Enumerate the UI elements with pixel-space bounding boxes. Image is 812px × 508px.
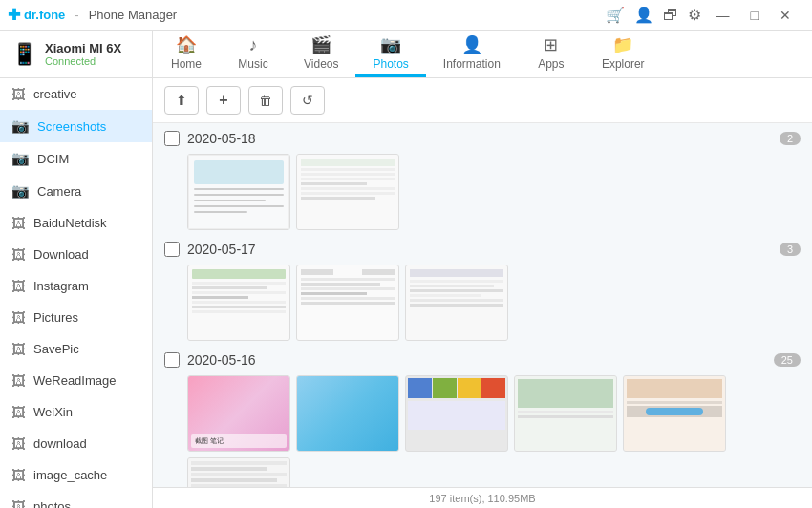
group-header-20200516: 2020-05-16 25: [164, 352, 801, 368]
sidebar-item-weixin-label: WeiXin: [33, 405, 73, 419]
explorer-icon: 📁: [612, 34, 633, 55]
photo-thumb-11[interactable]: [187, 457, 290, 487]
pictures-icon: 🖼: [11, 309, 26, 326]
sidebar-item-download2-label: download: [33, 436, 87, 451]
sidebar: 🖼 creative 📷 Screenshots 📷 DCIM 📷 Camera…: [0, 78, 153, 508]
photo-thumb-1[interactable]: [187, 154, 290, 230]
sidebar-item-instagram-label: Instagram: [33, 279, 89, 293]
group-date-20200518: 2020-05-18: [187, 131, 256, 146]
tab-music[interactable]: ♪ Music: [220, 31, 287, 77]
group-date-20200516: 2020-05-16: [187, 352, 256, 368]
savepic-icon: 🖼: [11, 341, 26, 357]
sidebar-item-photos-label: photos: [33, 499, 71, 508]
sidebar-item-weixin[interactable]: 🖼 WeiXin: [0, 396, 152, 428]
photo-thumb-2[interactable]: [296, 154, 399, 230]
sidebar-item-camera[interactable]: 📷 Camera: [0, 175, 152, 207]
nav-tabs: 🏠 Home ♪ Music 🎬 Videos 📷 Photos 👤 Infor…: [153, 31, 812, 77]
tab-apps[interactable]: ⊞ Apps: [518, 31, 585, 77]
sidebar-item-camera-label: Camera: [37, 184, 81, 199]
minimize-button[interactable]: —: [711, 6, 736, 25]
sidebar-item-dcim[interactable]: 📷 DCIM: [0, 142, 152, 175]
device-icon: 📱: [11, 42, 37, 67]
videos-icon: 🎬: [310, 34, 331, 55]
sidebar-item-image-cache[interactable]: 🖼 image_cache: [0, 459, 152, 491]
sidebar-item-dcim-label: DCIM: [37, 152, 69, 166]
title-separator: -: [75, 8, 78, 22]
photo-group-20200516: 2020-05-16 25 截图 笔记: [164, 352, 801, 487]
window-icon[interactable]: 🗗: [663, 7, 678, 24]
photo-grid-20200518: [187, 154, 801, 230]
photos-icon: 📷: [380, 34, 401, 55]
sidebar-item-baidunetdisk-label: BaiduNetdisk: [33, 216, 107, 230]
export-icon: ⬆: [176, 93, 187, 108]
group-checkbox-20200518[interactable]: [164, 131, 180, 146]
sidebar-item-photos[interactable]: 🖼 photos: [0, 491, 152, 508]
photo-thumb-3[interactable]: [187, 265, 290, 341]
group-count-20200516: 25: [774, 353, 801, 367]
group-count-20200517: 3: [780, 243, 801, 256]
photo-thumb-7[interactable]: [296, 375, 399, 452]
delete-icon: 🗑: [259, 93, 272, 108]
sidebar-item-download-label: Download: [33, 247, 89, 262]
sidebar-item-savepic[interactable]: 🖼 SavePic: [0, 333, 152, 365]
sidebar-item-download2[interactable]: 🖼 download: [0, 428, 152, 459]
logo-plus-icon: ✚: [8, 6, 20, 24]
sidebar-item-wereadimage[interactable]: 🖼 WeReadImage: [0, 365, 152, 396]
device-details: Xiaomi MI 6X Connected: [45, 41, 121, 67]
tab-home[interactable]: 🏠 Home: [153, 31, 220, 77]
creative-icon: 🖼: [11, 86, 26, 102]
tab-apps-label: Apps: [538, 57, 564, 71]
sidebar-item-instagram[interactable]: 🖼 Instagram: [0, 270, 152, 302]
delete-button[interactable]: 🗑: [248, 86, 283, 115]
user-icon[interactable]: 👤: [634, 6, 653, 24]
photo-thumb-8[interactable]: [405, 375, 508, 452]
titlebar-icons: 🛒 👤 🗗 ⚙ — □ ✕: [606, 6, 804, 25]
photo-content: 2020-05-18 2: [153, 123, 812, 487]
content-area: ⬆ + 🗑 ↺ 2020-05-18 2: [153, 78, 812, 508]
close-button[interactable]: ✕: [774, 6, 797, 25]
photo-thumb-4[interactable]: [296, 265, 399, 341]
cart-icon[interactable]: 🛒: [606, 6, 625, 24]
photo-thumb-5[interactable]: [405, 265, 508, 341]
download-icon: 🖼: [11, 246, 26, 263]
instagram-icon: 🖼: [11, 278, 26, 294]
tab-explorer-label: Explorer: [602, 57, 645, 71]
photo-grid-20200517: [187, 265, 801, 341]
app-name: Phone Manager: [89, 8, 178, 22]
baidunetdisk-icon: 🖼: [11, 215, 26, 231]
home-icon: 🏠: [176, 34, 197, 55]
tab-videos-label: Videos: [304, 57, 338, 71]
statusbar: 197 item(s), 110.95MB: [153, 487, 812, 508]
group-checkbox-20200517[interactable]: [164, 242, 180, 257]
group-checkbox-20200516[interactable]: [164, 352, 180, 368]
dcim-icon: 📷: [11, 150, 30, 167]
add-button[interactable]: +: [206, 86, 241, 115]
tab-videos[interactable]: 🎬 Videos: [287, 31, 355, 77]
group-header-20200517: 2020-05-17 3: [164, 242, 801, 257]
tab-explorer[interactable]: 📁 Explorer: [585, 31, 662, 77]
refresh-button[interactable]: ↺: [290, 86, 325, 115]
photo-toolbar: ⬆ + 🗑 ↺: [153, 78, 812, 123]
tab-photos[interactable]: 📷 Photos: [355, 31, 425, 77]
maximize-button[interactable]: □: [745, 6, 764, 25]
sidebar-item-screenshots[interactable]: 📷 Screenshots: [0, 110, 152, 142]
sidebar-item-download[interactable]: 🖼 Download: [0, 239, 152, 270]
device-status: Connected: [45, 55, 121, 67]
photo-thumb-9[interactable]: [514, 375, 617, 452]
settings-icon[interactable]: ⚙: [688, 6, 701, 24]
download2-icon: 🖼: [11, 435, 26, 452]
photo-thumb-6[interactable]: 截图 笔记: [187, 375, 290, 452]
tab-photos-label: Photos: [373, 57, 408, 71]
add-icon: +: [219, 92, 227, 109]
titlebar-left: ✚ dr.fone - Phone Manager: [8, 6, 177, 24]
screenshots-icon: 📷: [11, 117, 30, 135]
sidebar-item-pictures[interactable]: 🖼 Pictures: [0, 302, 152, 333]
tab-information-label: Information: [443, 57, 501, 71]
sidebar-item-creative[interactable]: 🖼 creative: [0, 78, 152, 110]
export-button[interactable]: ⬆: [164, 86, 199, 115]
statusbar-text: 197 item(s), 110.95MB: [429, 493, 535, 504]
sidebar-item-baidunetdisk[interactable]: 🖼 BaiduNetdisk: [0, 207, 152, 239]
apps-icon: ⊞: [544, 34, 558, 55]
tab-information[interactable]: 👤 Information: [426, 31, 518, 77]
photo-thumb-10[interactable]: [623, 375, 726, 452]
